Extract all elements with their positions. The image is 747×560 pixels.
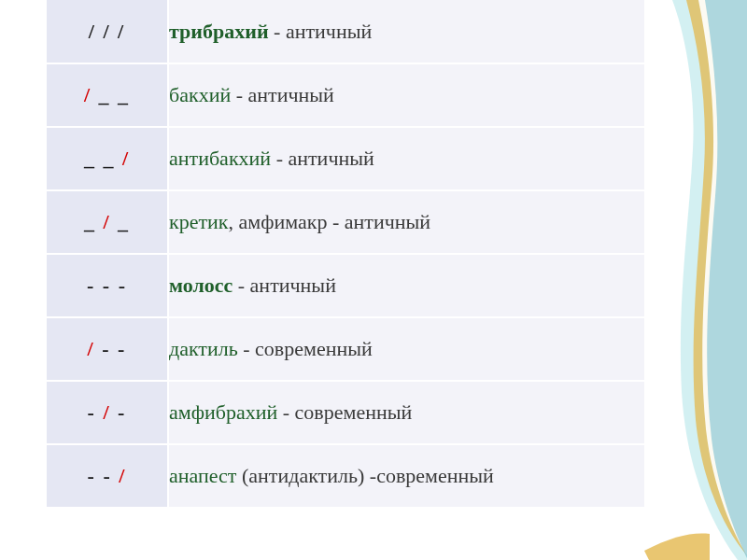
description-cell: дактиль - современный (168, 317, 644, 381)
meter-era: - античный (269, 20, 373, 43)
syllable-mark: / / / (89, 20, 125, 43)
meter-era: - современный (277, 400, 412, 424)
meter-era: - античный (271, 147, 374, 170)
pattern-cell: _ _ / (47, 127, 168, 190)
meter-era: (антидактиль) -современный (236, 464, 493, 487)
meter-term: кретик (169, 210, 229, 233)
stress-mark: / (103, 400, 110, 424)
meters-table-body: / / /трибрахий - античный/ _ _бакхий - а… (47, 0, 644, 508)
pattern-cell: - - - (47, 254, 168, 317)
syllable-mark: _ _ (92, 83, 130, 106)
table-row: / - -дактиль - современный (47, 317, 644, 381)
meters-table: / / /трибрахий - античный/ _ _бакхий - а… (47, 0, 644, 509)
table-row: / _ _бакхий - античный (47, 63, 644, 127)
pattern-cell: / / / (47, 0, 168, 63)
stress-mark: / (103, 210, 110, 233)
table-row: _ _ /антибакхий - античный (47, 127, 644, 190)
pattern-cell: _ / _ (47, 190, 168, 254)
meter-term: амфибрахий (169, 400, 277, 424)
pattern-cell: - / - (47, 381, 168, 444)
pattern-cell: - - / (47, 444, 168, 508)
syllable-mark: - (88, 400, 104, 424)
description-cell: молосс - античный (168, 254, 644, 317)
description-cell: кретик, амфимакр - античный (168, 190, 644, 254)
meter-era: - современный (238, 337, 373, 360)
meter-era: - античный (231, 83, 334, 106)
table-row: - - -молосс - античный (47, 254, 644, 317)
slide: / / /трибрахий - античный/ _ _бакхий - а… (0, 0, 747, 560)
stress-mark: / (122, 147, 130, 170)
meter-term: трибрахий (169, 20, 269, 43)
stress-mark: / (88, 337, 95, 360)
meter-term: антибакхий (169, 147, 271, 170)
meter-term: молосс (169, 273, 233, 297)
pattern-cell: / _ _ (47, 63, 168, 127)
table-row: - - /анапест (антидактиль) -современный (47, 444, 644, 508)
syllable-mark: - (111, 400, 127, 424)
syllable-mark: - - - (87, 273, 127, 297)
table-row: - / -амфибрахий - современный (47, 381, 644, 444)
meter-term: дактиль (169, 337, 238, 360)
pattern-cell: / - - (47, 317, 168, 381)
description-cell: трибрахий - античный (168, 0, 644, 63)
stress-mark: / (84, 83, 92, 106)
syllable-mark: _ _ (84, 147, 122, 170)
meter-term: бакхий (169, 83, 231, 106)
stress-mark: / (119, 464, 126, 487)
description-cell: антибакхий - античный (168, 127, 644, 190)
syllable-mark: _ (111, 210, 131, 233)
description-cell: бакхий - античный (168, 63, 644, 127)
syllable-mark: - - (95, 337, 127, 360)
description-cell: анапест (антидактиль) -современный (168, 444, 644, 508)
meter-era: , амфимакр - античный (229, 210, 431, 233)
meter-era: - античный (233, 273, 336, 297)
table-row: / / /трибрахий - античный (47, 0, 644, 63)
syllable-mark: - - (88, 464, 120, 487)
table-row: _ / _кретик, амфимакр - античный (47, 190, 644, 254)
syllable-mark: _ (84, 210, 104, 233)
description-cell: амфибрахий - современный (168, 381, 644, 444)
meter-term: анапест (169, 464, 236, 487)
